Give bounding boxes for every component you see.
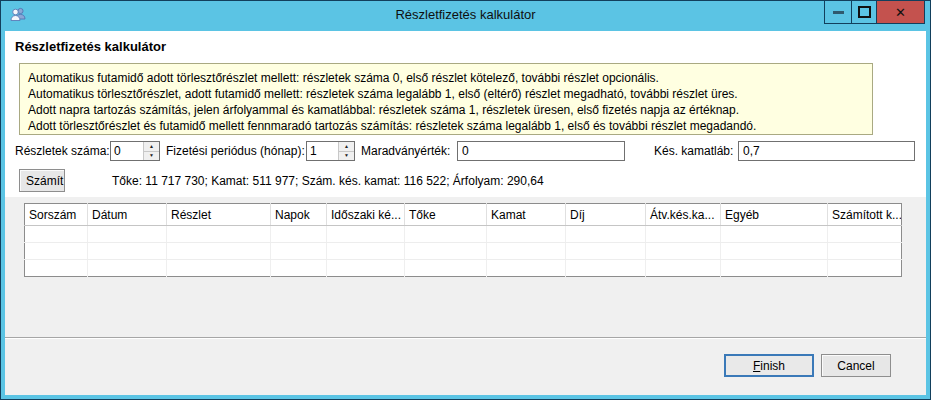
table-cell xyxy=(271,226,327,243)
titlebar[interactable]: Részletfizetés kalkulátor ✕ xyxy=(1,1,930,31)
table-row xyxy=(25,226,902,243)
footer-bar: Finish Cancel xyxy=(5,337,926,395)
window-title: Részletfizetés kalkulátor xyxy=(1,7,930,22)
table-header-row: SorszámDátumRészletNapokIdőszaki ké...Tő… xyxy=(25,204,902,226)
dialog-client-area: Részletfizetés kalkulátor Automatikus fu… xyxy=(5,31,926,395)
table-cell xyxy=(487,260,566,277)
stepper-up-icon[interactable]: ▲ xyxy=(339,142,354,152)
info-line: Adott törlesztőrészlet és futamidő melle… xyxy=(28,118,864,134)
maximize-button[interactable] xyxy=(852,1,877,23)
late-interest-rate-input[interactable] xyxy=(738,141,915,161)
table-cell xyxy=(167,260,271,277)
info-line: Automatikus törlesztőrészlet, adott futa… xyxy=(28,86,864,102)
installments-count-label: Részletek száma: xyxy=(15,144,110,158)
table-cell xyxy=(88,226,167,243)
stepper-buttons: ▲ ▼ xyxy=(143,142,159,160)
form-fields-row: Részletek száma: ▲ ▼ Fizetési periódus (… xyxy=(5,141,926,163)
table-cell xyxy=(721,226,828,243)
column-header[interactable]: Átv.kés.ka... xyxy=(646,204,721,226)
table-cell xyxy=(88,260,167,277)
table-cell xyxy=(327,260,405,277)
table-cell xyxy=(405,260,487,277)
table-cell xyxy=(88,243,167,260)
top-panel: Részletfizetés kalkulátor Automatikus fu… xyxy=(5,31,926,197)
table-body xyxy=(25,226,902,277)
installments-count-stepper[interactable]: ▲ ▼ xyxy=(110,141,160,161)
finish-button[interactable]: Finish xyxy=(724,354,814,377)
payment-period-input[interactable] xyxy=(307,142,338,160)
table-cell xyxy=(25,226,88,243)
column-header[interactable]: Sorszám xyxy=(25,204,88,226)
page-title: Részletfizetés kalkulátor xyxy=(15,39,166,54)
table-cell xyxy=(487,226,566,243)
table-cell xyxy=(327,243,405,260)
table-cell xyxy=(271,243,327,260)
residual-value-label: Maradványérték: xyxy=(361,144,450,158)
residual-value-input[interactable] xyxy=(457,141,625,161)
table-cell xyxy=(167,243,271,260)
stepper-up-icon[interactable]: ▲ xyxy=(144,142,159,152)
table-cell xyxy=(828,243,902,260)
cancel-button[interactable]: Cancel xyxy=(821,354,891,377)
table-cell xyxy=(405,226,487,243)
column-header[interactable]: Napok xyxy=(271,204,327,226)
column-header[interactable]: Díj xyxy=(566,204,646,226)
table-cell xyxy=(405,243,487,260)
table-cell xyxy=(828,260,902,277)
table-cell xyxy=(828,226,902,243)
close-icon: ✕ xyxy=(895,6,906,19)
table-cell xyxy=(487,243,566,260)
payment-period-label: Fizetési periódus (hónap): xyxy=(166,144,305,158)
table-cell xyxy=(646,243,721,260)
calculation-summary: Tőke: 11 717 730; Kamat: 511 977; Szám. … xyxy=(112,174,544,188)
table-cell xyxy=(566,260,646,277)
table-cell xyxy=(566,226,646,243)
minimize-icon xyxy=(833,11,844,14)
table-cell xyxy=(646,260,721,277)
table-cell xyxy=(566,243,646,260)
table-row xyxy=(25,243,902,260)
table-cell xyxy=(327,226,405,243)
table-cell xyxy=(721,260,828,277)
stepper-down-icon[interactable]: ▼ xyxy=(339,152,354,161)
table-cell xyxy=(25,243,88,260)
column-header[interactable]: Időszaki ké... xyxy=(327,204,405,226)
results-table[interactable]: SorszámDátumRészletNapokIdőszaki ké...Tő… xyxy=(24,203,902,277)
results-section: SorszámDátumRészletNapokIdőszaki ké...Tő… xyxy=(5,197,926,340)
column-header[interactable]: Részlet xyxy=(167,204,271,226)
minimize-button[interactable] xyxy=(825,1,852,23)
installments-count-input[interactable] xyxy=(111,142,143,160)
table-cell xyxy=(271,260,327,277)
info-line: Automatikus futamidő adott törlesztőrész… xyxy=(28,70,864,86)
close-button[interactable]: ✕ xyxy=(877,1,924,23)
table-cell xyxy=(646,226,721,243)
dialog-window: Részletfizetés kalkulátor ✕ Részletfizet… xyxy=(0,0,931,400)
late-interest-rate-label: Kés. kamatláb: xyxy=(654,144,733,158)
column-header[interactable]: Kamat xyxy=(487,204,566,226)
stepper-buttons: ▲ ▼ xyxy=(338,142,354,160)
info-line: Adott napra tartozás számítás, jelen árf… xyxy=(28,102,864,118)
table-cell xyxy=(167,226,271,243)
column-header[interactable]: Tőke xyxy=(405,204,487,226)
column-header[interactable]: Egyéb xyxy=(721,204,828,226)
table-cell xyxy=(721,243,828,260)
payment-period-stepper[interactable]: ▲ ▼ xyxy=(306,141,355,161)
table-cell xyxy=(25,260,88,277)
stepper-down-icon[interactable]: ▼ xyxy=(144,152,159,161)
maximize-icon xyxy=(858,6,871,18)
window-controls: ✕ xyxy=(824,1,925,24)
info-box: Automatikus futamidő adott törlesztőrész… xyxy=(19,63,873,135)
table-row xyxy=(25,260,902,277)
column-header[interactable]: Dátum xyxy=(88,204,167,226)
column-header[interactable]: Számított k... xyxy=(828,204,902,226)
calculate-button[interactable]: Számít xyxy=(19,169,65,192)
